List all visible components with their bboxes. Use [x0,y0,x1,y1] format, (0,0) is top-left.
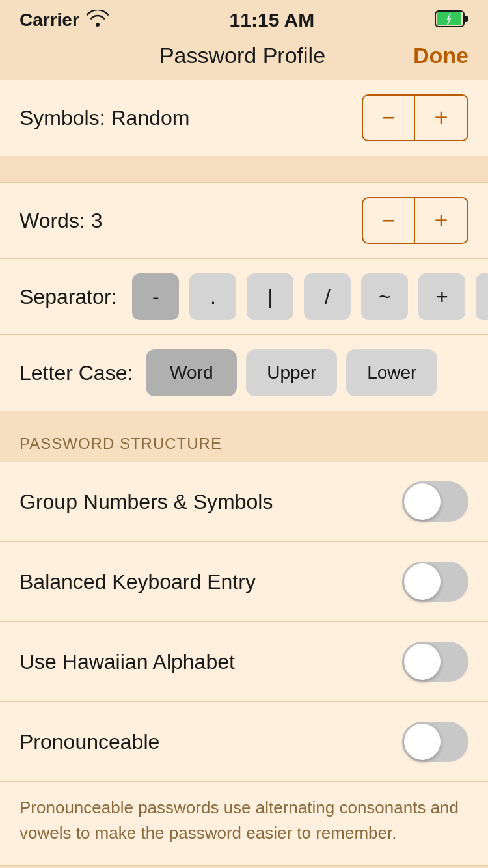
toggle-thumb-2 [404,563,441,600]
separator-option-dash[interactable]: - [132,273,179,320]
pronounceable-toggle[interactable] [402,722,468,762]
wifi-icon [86,10,109,31]
time-display: 11:15 AM [230,9,315,31]
password-structure-header: PASSWORD STRUCTURE [0,411,488,462]
separator-option-plus[interactable]: + [418,273,465,320]
separator-row: Separator: - . | / ~ + ! @ # [0,259,488,335]
done-button[interactable]: Done [413,43,468,68]
symbols-increment-button[interactable]: + [415,96,467,140]
separator-option-tilde[interactable]: ~ [361,273,408,320]
separator-option-pipe[interactable]: | [247,273,293,320]
words-increment-button[interactable]: + [415,198,467,243]
svg-rect-2 [465,16,468,22]
separator-option-exclaim[interactable]: ! [476,273,488,320]
separator-label: Separator: [20,285,116,309]
separator-option-slash[interactable]: / [304,273,351,320]
toggle-thumb-4 [404,724,441,760]
symbols-row: Symbols: Random − + [0,80,488,156]
nav-bar: Password Profile Done [0,36,488,80]
status-bar-right [435,10,468,30]
status-bar: Carrier 11:15 AM [0,0,488,36]
symbols-decrement-button[interactable]: − [363,96,415,140]
case-option-word[interactable]: Word [146,349,237,396]
battery-icon [435,10,468,30]
section-gap-1 [0,156,488,182]
hawaiian-alphabet-toggle[interactable] [402,642,468,682]
words-stepper: − + [362,197,468,244]
balanced-keyboard-label: Balanced Keyboard Entry [20,570,256,594]
words-label: Words: 3 [20,209,102,233]
symbols-label: Symbols: Random [20,106,189,130]
balanced-keyboard-toggle[interactable] [402,562,468,602]
separator-option-dot[interactable]: . [189,273,236,320]
words-decrement-button[interactable]: − [363,198,415,243]
symbols-stepper: − + [362,94,468,141]
words-row: Words: 3 − + [0,182,488,259]
case-option-lower[interactable]: Lower [346,349,437,396]
group-numbers-symbols-label: Group Numbers & Symbols [20,490,273,514]
password-structure-title: PASSWORD STRUCTURE [20,435,222,452]
toggle-thumb-1 [404,483,441,520]
case-option-upper[interactable]: Upper [246,349,337,396]
page-title: Password Profile [159,43,325,68]
balanced-keyboard-row: Balanced Keyboard Entry [0,542,488,622]
status-bar-left: Carrier [20,10,109,31]
pronounceable-row: Pronounceable [0,702,488,782]
letter-case-row: Letter Case: Word Upper Lower [0,335,488,411]
letter-case-label: Letter Case: [20,361,133,385]
hawaiian-alphabet-row: Use Hawaiian Alphabet [0,622,488,702]
letter-case-options: Word Upper Lower [146,349,437,396]
group-numbers-symbols-row: Group Numbers & Symbols [0,462,488,542]
pronounceable-description-text: Pronounceable passwords use alternating … [20,795,468,846]
pronounceable-description: Pronounceable passwords use alternating … [0,782,488,866]
group-numbers-symbols-toggle[interactable] [402,481,468,522]
carrier-label: Carrier [20,10,79,31]
toggle-thumb-3 [404,644,441,680]
hawaiian-alphabet-label: Use Hawaiian Alphabet [20,650,235,674]
pronounceable-label: Pronounceable [20,730,159,754]
